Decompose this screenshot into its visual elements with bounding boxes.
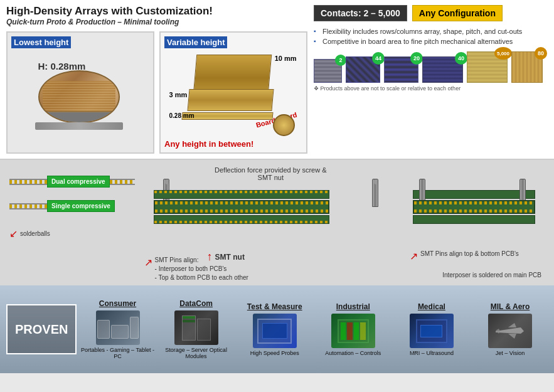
ctrl-3 xyxy=(354,322,360,340)
dual-compressive-label: Dual compressive xyxy=(47,176,110,188)
market-label-testmeasure: High Speed Probes xyxy=(250,350,299,356)
interposer-main-diagram xyxy=(144,190,397,224)
config-img-3: 20 xyxy=(384,56,418,83)
right-smt-pins-row: ↗ SMT Pins align top & bottom PCB's xyxy=(410,250,519,263)
coin-texture xyxy=(43,81,115,112)
any-height-label: Any height in between! xyxy=(164,139,302,149)
label-10mm: 10 mm xyxy=(275,55,297,62)
coin-small xyxy=(273,114,295,136)
variable-height-title: Variable height xyxy=(164,36,227,48)
config-img-1: 2 xyxy=(314,59,342,83)
jet-wing-top xyxy=(508,323,516,327)
right-bottom-pcb xyxy=(413,215,535,224)
jet-wing-bottom xyxy=(508,334,516,339)
contacts-box: Contacts: 2 – 5,000 xyxy=(314,5,407,21)
top-left-panel: High-Density Arrays with Customization! … xyxy=(6,5,307,154)
test-device xyxy=(257,319,292,344)
lowest-height-content: H: 0.28mm xyxy=(11,55,149,133)
right-middle-interposer xyxy=(413,200,535,214)
proven-box: PROVEN xyxy=(6,304,77,354)
consumer-device-2 xyxy=(111,325,129,339)
ctrl-1 xyxy=(341,322,346,340)
interposer-top-contacts xyxy=(155,201,328,204)
variable-height-panel: Variable height 10 mm 3 mm 0.28 mm xyxy=(159,31,307,154)
config-img-5: 5,000 xyxy=(467,51,508,83)
label-3mm: 3 mm xyxy=(169,91,188,98)
server-unit-1 xyxy=(182,315,196,341)
right-interposer-top-contacts xyxy=(414,201,534,204)
consumer-device-1 xyxy=(97,320,110,339)
feature-item-2: Competitive in board area to fine pitch … xyxy=(314,36,548,46)
medical-scanner xyxy=(416,319,447,343)
badge-44: 44 xyxy=(372,52,385,65)
smt-pins-arrow: ↗ xyxy=(144,256,152,270)
bottom-pcb xyxy=(154,215,329,224)
dual-strip-1 xyxy=(9,179,47,185)
market-img-consumer xyxy=(96,310,140,345)
not-to-scale: ❖ Products above are not to scale or rel… xyxy=(314,85,548,92)
config-img-6: 80 xyxy=(511,51,543,83)
top-right-panel: Contacts: 2 – 5,000 Any Configuration Fl… xyxy=(307,5,548,154)
lowest-height-title: Lowest height xyxy=(11,36,71,48)
ctrl-4 xyxy=(360,322,366,340)
market-item-testmeasure: Test & Measure High Speed Probes xyxy=(237,302,312,356)
dual-compressive-row: Dual compressive xyxy=(9,176,135,188)
bottom-section: PROVEN Consumer Portables - Gaming – Tab… xyxy=(0,285,554,373)
market-item-datacom: DataCom Storage – Server Optical Modules xyxy=(159,299,234,359)
solderballs-arrow: ↙ xyxy=(9,228,18,240)
market-title-medical: Medical xyxy=(418,302,445,311)
top-pcb-contacts xyxy=(154,191,329,193)
screw-head-right xyxy=(374,179,378,184)
lowest-height-panel: Lowest height H: 0.28mm xyxy=(6,31,154,154)
server-light-2 xyxy=(183,320,195,322)
label-028mm: 0.28 mm xyxy=(169,112,194,119)
bottom-pcb-contacts xyxy=(154,221,329,223)
market-item-industrial: Industrial Automation – Controls xyxy=(316,302,391,356)
consumer-device-3 xyxy=(130,317,139,339)
right-diagram: ↗ SMT Pins align top & bottom PCB's Inte… xyxy=(407,166,545,282)
smt-pins-label: SMT Pins align: xyxy=(155,256,248,265)
single-strip-1 xyxy=(9,203,47,209)
market-label-medical: MRI – Ultrasound xyxy=(410,350,454,356)
block-028mm xyxy=(181,112,273,120)
market-label-industrial: Automation – Controls xyxy=(325,350,381,356)
middle-section: Dual compressive Single compressive ↙ so… xyxy=(0,160,554,285)
config-images-row: 2 44 20 40 5,000 xyxy=(314,51,548,83)
config-img-4: 40 xyxy=(422,56,463,83)
jet-tail xyxy=(496,329,500,334)
market-item-medical: Medical MRI – Ultrasound xyxy=(394,302,469,356)
badge-40: 40 xyxy=(455,52,467,65)
screw-head xyxy=(165,179,169,184)
right-smt-arrow: ↗ xyxy=(410,250,418,263)
ctrl-2 xyxy=(347,322,353,340)
right-top-pcb xyxy=(413,190,535,199)
smt-pins-align-text: ↗ SMT Pins align: - Interposer to both P… xyxy=(144,256,248,282)
medical-screen xyxy=(420,325,442,337)
right-smt-pins-label: SMT Pins align top & bottom PCB's xyxy=(420,250,519,258)
smt-pins-detail2: - Top & bottom PCB to each other xyxy=(155,273,248,282)
center-diagram: Deflection force provided by screw & SMT… xyxy=(144,166,397,282)
badge-2: 2 xyxy=(335,55,346,66)
middle-interposer xyxy=(154,200,329,214)
badge-80: 80 xyxy=(535,47,547,60)
top-section: High-Density Arrays with Customization! … xyxy=(0,0,554,160)
top-pcb xyxy=(154,190,329,199)
main-title: High-Density Arrays with Customization! xyxy=(6,5,307,18)
features-list: Flexibility includes rows/columns array,… xyxy=(314,26,548,46)
badge-5000: 5,000 xyxy=(494,47,512,60)
right-interposer-bottom-contacts xyxy=(414,209,534,213)
single-compressive-label: Single compressive xyxy=(47,200,115,212)
jet-body xyxy=(496,327,524,334)
server-light-1 xyxy=(183,316,195,319)
coin-base xyxy=(40,111,119,122)
interposer-bottom-contacts xyxy=(155,209,328,213)
height-panels: Lowest height H: 0.28mm xyxy=(6,31,307,154)
screw-right xyxy=(372,179,378,207)
market-title-industrial: Industrial xyxy=(336,302,370,311)
right-interposer-diagram xyxy=(407,190,535,224)
market-title-testmeasure: Test & Measure xyxy=(247,302,302,311)
market-label-milaero: Jet – Vision xyxy=(496,350,525,356)
substrate-visual xyxy=(35,122,123,130)
any-config-box: Any Configuration xyxy=(412,5,503,21)
variable-height-visual: 10 mm 3 mm 0.28 mm Board-Board xyxy=(169,55,298,136)
